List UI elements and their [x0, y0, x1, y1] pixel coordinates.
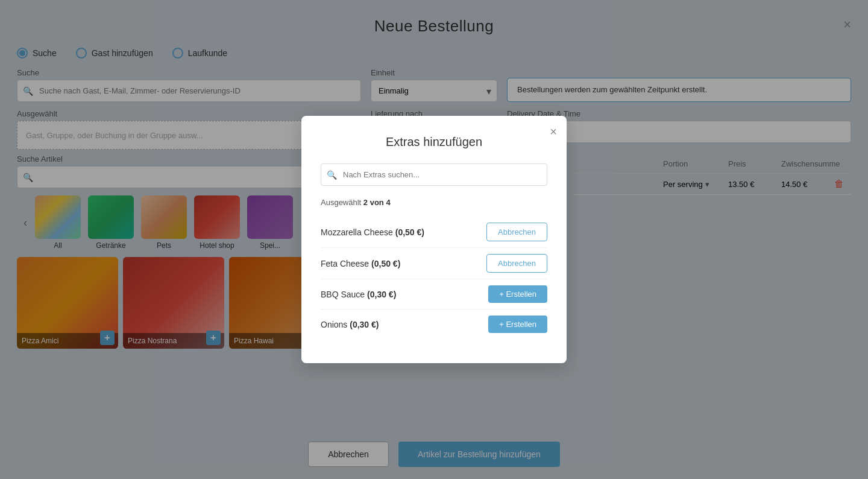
extra-name-2: BBQ Sauce (0,30 €): [321, 290, 396, 299]
ausgewaehlt-count-label: Ausgewählt: [321, 198, 361, 207]
extra-row-3: Onions (0,30 €) + Erstellen: [321, 309, 547, 339]
extra-name-1: Feta Cheese (0,50 €): [321, 259, 400, 268]
extra-action-3[interactable]: + Erstellen: [488, 316, 547, 333]
extra-price-3: (0,30 €): [350, 320, 379, 329]
extra-row-1: Feta Cheese (0,50 €) Abbrechen: [321, 248, 547, 279]
modal-search-icon: 🔍: [327, 170, 337, 180]
extra-price-1: (0,50 €): [371, 259, 400, 268]
ausgewaehlt-count-value: 2 von 4: [363, 198, 391, 207]
extra-name-3: Onions (0,30 €): [321, 320, 379, 329]
modal-title: Extras hinzufügen: [321, 135, 547, 149]
extra-action-2[interactable]: + Erstellen: [488, 285, 547, 303]
extra-action-0[interactable]: Abbrechen: [486, 223, 547, 241]
extra-row-2: BBQ Sauce (0,30 €) + Erstellen: [321, 279, 547, 309]
modal-search-input[interactable]: [321, 163, 547, 186]
modal-close-button[interactable]: ×: [550, 125, 557, 138]
modal-overlay: × Extras hinzufügen 🔍 Ausgewählt 2 von 4…: [0, 0, 868, 479]
extra-action-1[interactable]: Abbrechen: [486, 254, 547, 273]
extra-row-0: Mozzarella Cheese (0,50 €) Abbrechen: [321, 217, 547, 248]
extra-price-0: (0,50 €): [395, 227, 424, 237]
modal-search-wrap: 🔍: [321, 163, 547, 186]
extra-price-2: (0,30 €): [367, 290, 396, 299]
extra-name-0: Mozzarella Cheese (0,50 €): [321, 227, 424, 237]
extras-modal: × Extras hinzufügen 🔍 Ausgewählt 2 von 4…: [301, 116, 567, 363]
ausgewaehlt-count: Ausgewählt 2 von 4: [321, 198, 547, 207]
